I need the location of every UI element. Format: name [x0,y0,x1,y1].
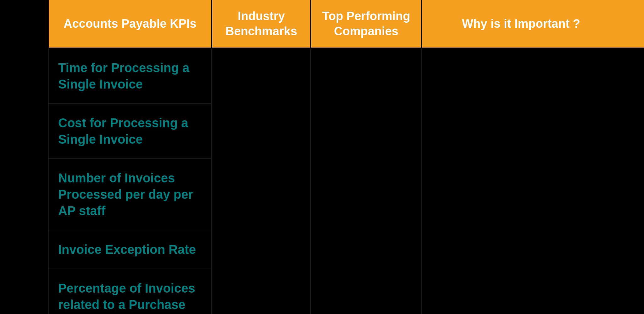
body-col-benchmarks [212,49,311,314]
header-cell-benchmarks: Industry Benchmarks [212,0,311,48]
body-col-why-important [422,49,620,314]
kpi-item-invoice-exception: Invoice Exception Rate [49,230,211,269]
kpi-column: Time for Processing a Single Invoice Cos… [49,49,212,314]
kpi-item-percentage-invoices: Percentage of Invoices related to a Purc… [49,269,211,314]
kpi-item-cost-processing: Cost for Processing a Single Invoice [49,104,211,159]
body-col-top-performing [311,49,422,314]
kpi-text-invoice-exception: Invoice Exception Rate [58,241,196,258]
kpi-text-cost-processing: Cost for Processing a Single Invoice [58,115,202,147]
header-cell-empty [0,0,49,48]
main-table: Accounts Payable KPIs Industry Benchmark… [0,0,644,314]
kpi-item-time-processing: Time for Processing a Single Invoice [49,49,211,104]
kpi-text-number-invoices: Number of Invoices Processed per day per… [58,170,202,219]
table-header: Accounts Payable KPIs Industry Benchmark… [0,0,644,49]
header-cell-why-important: Why is it Important ? [422,0,620,48]
header-cell-top-performing: Top Performing Companies [311,0,422,48]
body-col-empty [0,49,49,314]
header-cell-kpis: Accounts Payable KPIs [49,0,212,48]
kpi-text-percentage-invoices: Percentage of Invoices related to a Purc… [58,280,202,314]
kpi-item-number-invoices: Number of Invoices Processed per day per… [49,159,211,230]
kpi-text-time-processing: Time for Processing a Single Invoice [58,60,202,92]
table-body: Time for Processing a Single Invoice Cos… [0,49,644,314]
